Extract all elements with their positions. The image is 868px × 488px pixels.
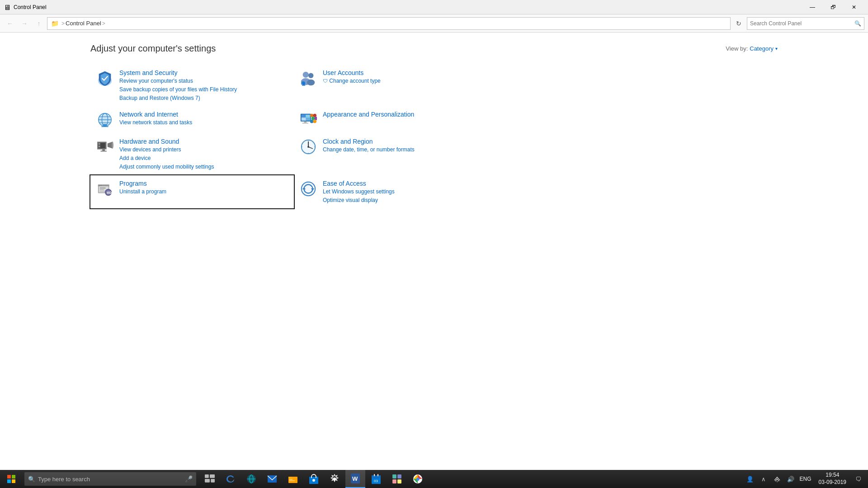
- viewby-value[interactable]: Category: [750, 45, 774, 52]
- programs-link[interactable]: Programs: [119, 180, 166, 187]
- tray-people-icon[interactable]: 👤: [744, 470, 756, 488]
- ease-access-sublink-2[interactable]: Optimize visual display: [323, 197, 395, 204]
- programs-text: Programs Uninstall a program: [119, 180, 166, 196]
- hardware-sound-icon: [96, 138, 114, 156]
- close-button[interactable]: ✕: [844, 0, 864, 14]
- svg-rect-88: [392, 479, 396, 483]
- address-path[interactable]: 📁 > Control Panel >: [47, 17, 731, 30]
- ease-access-sublink-1[interactable]: Let Windows suggest settings: [323, 188, 395, 196]
- category-ease-access[interactable]: Ease of Access Let Windows suggest setti…: [294, 175, 497, 209]
- taskbar-microsoft-store[interactable]: [304, 470, 324, 488]
- taskbar-mic-icon[interactable]: 🎤: [185, 475, 193, 483]
- svg-rect-74: [289, 479, 292, 480]
- system-security-link[interactable]: System and Security: [119, 69, 237, 76]
- svg-rect-51: [100, 189, 104, 190]
- taskbar-word[interactable]: W: [345, 470, 365, 488]
- svg-rect-75: [289, 480, 295, 481]
- svg-point-23: [313, 114, 316, 117]
- user-accounts-sublink-1[interactable]: 🛡 Change account type: [323, 77, 381, 85]
- appearance-link[interactable]: Appearance and Personalization: [323, 111, 414, 118]
- view-by-control: View by: Category ▾: [726, 45, 778, 52]
- clock-region-sublink-1[interactable]: Change date, time, or number formats: [323, 146, 415, 154]
- svg-rect-68: [211, 479, 215, 483]
- svg-rect-65: [205, 474, 209, 478]
- clock-region-icon: [299, 138, 317, 156]
- category-clock-region[interactable]: Clock and Region Change date, time, or n…: [294, 133, 497, 175]
- maximize-button[interactable]: 🗗: [823, 0, 844, 14]
- tray-notification-icon[interactable]: 🗨: [852, 470, 864, 488]
- taskbar-edge[interactable]: [221, 470, 241, 488]
- dropdown-arrow[interactable]: ▾: [775, 46, 778, 51]
- tray-icons: 👤 ∧ 🔊 ENG: [744, 470, 813, 488]
- taskbar-control-panel[interactable]: [387, 470, 407, 488]
- window-title: Control Panel: [14, 4, 802, 10]
- category-appearance[interactable]: Appearance and Personalization: [294, 106, 497, 133]
- svg-rect-52: [100, 191, 105, 192]
- taskbar-calendar[interactable]: 03: [366, 470, 386, 488]
- hardware-sound-sublink-3[interactable]: Adjust commonly used mobility settings: [119, 163, 214, 171]
- taskbar-task-view[interactable]: [200, 470, 220, 488]
- network-internet-sublink-1[interactable]: View network status and tasks: [119, 119, 192, 127]
- system-security-sublink-2[interactable]: Save backup copies of your files with Fi…: [119, 86, 237, 94]
- tray-language[interactable]: ENG: [798, 476, 813, 482]
- svg-text:03: 03: [374, 479, 378, 483]
- hardware-sound-sublink-2[interactable]: Add a device: [119, 155, 214, 162]
- category-system-security[interactable]: System and Security Review your computer…: [90, 65, 294, 106]
- tray-volume-icon[interactable]: 🔊: [784, 470, 797, 488]
- tray-network-icon[interactable]: [771, 470, 783, 488]
- svg-point-24: [311, 117, 315, 121]
- taskbar-search-icon: 🔍: [28, 476, 35, 483]
- svg-rect-84: [377, 474, 378, 476]
- forward-button[interactable]: →: [18, 17, 31, 30]
- path-label: Control Panel: [66, 20, 101, 27]
- system-security-sublink-3[interactable]: Backup and Restore (Windows 7): [119, 94, 237, 102]
- network-internet-link[interactable]: Network and Internet: [119, 111, 192, 118]
- search-icon: 🔍: [854, 20, 861, 27]
- clock-region-link[interactable]: Clock and Region: [323, 138, 415, 145]
- svg-rect-17: [302, 115, 306, 118]
- taskbar-search-text: Type here to search: [38, 476, 90, 483]
- address-bar: ← → ↑ 📁 > Control Panel > ↻ 🔍: [0, 14, 868, 33]
- category-programs[interactable]: CD Programs Uninstall a program: [90, 174, 295, 210]
- svg-rect-20: [304, 122, 307, 123]
- taskbar-tray: 👤 ∧ 🔊 ENG 19:54 03-09-2019 🗨: [744, 470, 868, 488]
- hardware-sound-link[interactable]: Hardware and Sound: [119, 138, 214, 145]
- taskbar-file-explorer[interactable]: [283, 470, 303, 488]
- search-input[interactable]: [750, 20, 854, 27]
- minimize-button[interactable]: —: [802, 0, 823, 14]
- clock-time: 19:54: [819, 472, 846, 479]
- programs-sublink-1[interactable]: Uninstall a program: [119, 188, 166, 196]
- svg-text:W: W: [352, 475, 358, 482]
- svg-rect-63: [7, 479, 11, 483]
- refresh-button[interactable]: ↻: [732, 17, 745, 30]
- svg-point-1: [303, 72, 309, 78]
- category-user-accounts[interactable]: 👤 User Accounts 🛡 Change account type: [294, 65, 497, 106]
- taskbar-store[interactable]: [241, 470, 261, 488]
- taskbar-mail[interactable]: [262, 470, 282, 488]
- svg-rect-18: [306, 118, 310, 121]
- back-button[interactable]: ←: [4, 17, 16, 30]
- tray-chevron-icon[interactable]: ∧: [757, 470, 770, 488]
- window-controls: — 🗗 ✕: [802, 0, 864, 14]
- taskbar-settings[interactable]: [325, 470, 344, 488]
- svg-point-27: [313, 120, 316, 123]
- user-accounts-link[interactable]: User Accounts: [323, 69, 381, 76]
- category-hardware-sound[interactable]: Hardware and Sound View devices and prin…: [90, 133, 294, 175]
- ease-access-link[interactable]: Ease of Access: [323, 180, 395, 187]
- categories-grid: System and Security Review your computer…: [90, 65, 497, 208]
- main-content: Adjust your computer's settings View by:…: [0, 33, 868, 470]
- svg-rect-62: [12, 475, 15, 479]
- start-button[interactable]: [0, 470, 23, 488]
- svg-point-31: [99, 146, 100, 148]
- up-button[interactable]: ↑: [33, 17, 45, 30]
- svg-rect-21: [302, 123, 308, 124]
- system-security-sublink-1[interactable]: Review your computer's status: [119, 77, 237, 85]
- hardware-sound-sublink-1[interactable]: View devices and printers: [119, 146, 214, 154]
- search-box[interactable]: 🔍: [747, 17, 864, 30]
- taskbar-chrome[interactable]: [408, 470, 428, 488]
- category-network-internet[interactable]: Network and Internet View network status…: [90, 106, 294, 133]
- svg-rect-89: [397, 479, 401, 483]
- appearance-text: Appearance and Personalization: [323, 111, 414, 118]
- svg-rect-50: [100, 188, 106, 188]
- taskbar-search[interactable]: 🔍 Type here to search 🎤: [24, 472, 196, 486]
